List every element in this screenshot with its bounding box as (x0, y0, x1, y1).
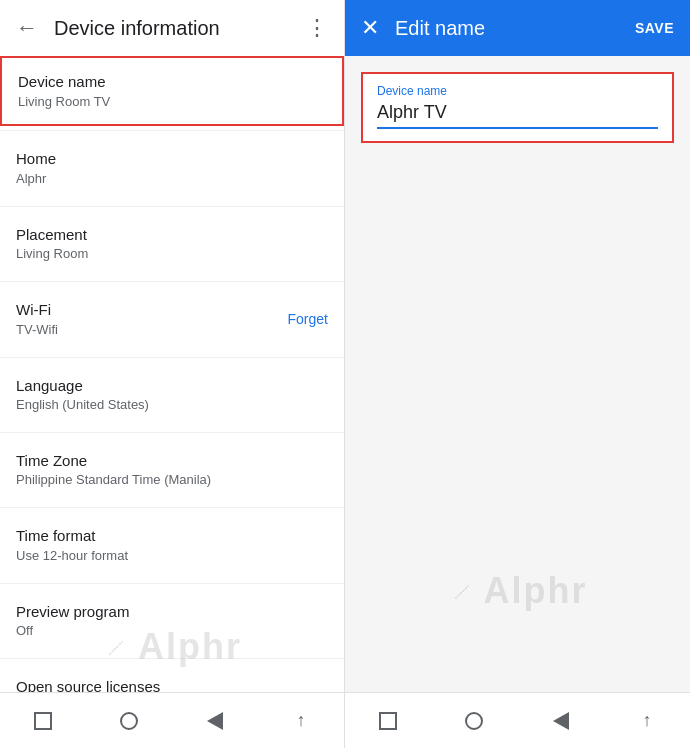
circle-icon (120, 712, 138, 730)
person-icon: ↑ (297, 710, 306, 731)
setting-subtitle-home: Alphr (16, 171, 328, 188)
setting-item-home[interactable]: Home Alphr (0, 135, 344, 201)
more-icon[interactable]: ⋮ (306, 15, 328, 41)
setting-subtitle-wifi: TV-Wifi (16, 322, 264, 339)
divider (0, 357, 344, 358)
setting-item-language[interactable]: Language English (United States) (0, 362, 344, 428)
nav-back-button[interactable] (195, 701, 235, 741)
close-icon[interactable]: ✕ (361, 15, 379, 41)
setting-subtitle-timezone: Philippine Standard Time (Manila) (16, 472, 328, 489)
setting-title-language: Language (16, 376, 328, 396)
setting-title-timeformat: Time format (16, 526, 328, 546)
left-panel: ← Device information ⋮ Device name Livin… (0, 0, 345, 748)
setting-title-timezone: Time Zone (16, 451, 328, 471)
device-name-input[interactable]: Alphr TV (377, 102, 658, 129)
right-person-icon: ↑ (642, 710, 651, 731)
setting-item-timeformat[interactable]: Time format Use 12-hour format (0, 512, 344, 578)
nav-person-button[interactable]: ↑ (281, 701, 321, 741)
nav-circle-button[interactable] (109, 701, 149, 741)
setting-title-placement: Placement (16, 225, 328, 245)
triangle-icon (207, 712, 223, 730)
setting-title-device-name: Device name (18, 72, 326, 92)
nav-square-button[interactable] (23, 701, 63, 741)
left-nav-bar: ↑ (0, 692, 344, 748)
setting-title-home: Home (16, 149, 328, 169)
right-triangle-icon (553, 712, 569, 730)
setting-item-preview[interactable]: Preview program Off (0, 588, 344, 654)
setting-item-device-name[interactable]: Device name Living Room TV (0, 56, 344, 126)
right-nav-person-button[interactable]: ↑ (627, 701, 667, 741)
right-panel: ✕ Edit name SAVE Device name Alphr TV ⟋ … (345, 0, 690, 748)
settings-list: Device name Living Room TV Home Alphr Pl… (0, 56, 344, 692)
setting-title-preview: Preview program (16, 602, 328, 622)
setting-subtitle-placement: Living Room (16, 246, 328, 263)
setting-title-opensource: Open source licenses (16, 677, 328, 692)
divider (0, 130, 344, 131)
right-panel-title: Edit name (395, 17, 635, 40)
setting-item-opensource[interactable]: Open source licenses (0, 663, 344, 692)
setting-item-wifi[interactable]: Wi-Fi TV-Wifi Forget (0, 286, 344, 352)
right-nav-back-button[interactable] (541, 701, 581, 741)
setting-subtitle-device-name: Living Room TV (18, 94, 326, 111)
divider (0, 658, 344, 659)
right-square-icon (379, 712, 397, 730)
back-icon[interactable]: ← (16, 15, 38, 41)
right-nav-circle-button[interactable] (454, 701, 494, 741)
divider (0, 206, 344, 207)
setting-item-timezone[interactable]: Time Zone Philippine Standard Time (Mani… (0, 437, 344, 503)
edit-form: Device name Alphr TV ⟋ Alphr (345, 56, 690, 692)
divider (0, 507, 344, 508)
divider (0, 281, 344, 282)
setting-subtitle-language: English (United States) (16, 397, 328, 414)
square-icon (34, 712, 52, 730)
right-watermark-text: Alphr (484, 570, 588, 612)
right-header: ✕ Edit name SAVE (345, 0, 690, 56)
setting-item-placement[interactable]: Placement Living Room (0, 211, 344, 277)
device-name-field-container: Device name Alphr TV (361, 72, 674, 143)
left-panel-title: Device information (54, 17, 306, 40)
right-nav-square-button[interactable] (368, 701, 408, 741)
left-header: ← Device information ⋮ (0, 0, 344, 56)
setting-title-wifi: Wi-Fi (16, 300, 264, 320)
save-button[interactable]: SAVE (635, 20, 674, 36)
forget-button[interactable]: Forget (288, 311, 328, 327)
setting-subtitle-timeformat: Use 12-hour format (16, 548, 328, 565)
right-circle-icon (465, 712, 483, 730)
divider (0, 583, 344, 584)
device-name-label: Device name (377, 84, 658, 98)
right-nav-bar: ↑ (345, 692, 690, 748)
right-slash-icon: ⟋ (448, 575, 478, 608)
right-watermark: ⟋ Alphr (345, 570, 690, 612)
divider (0, 432, 344, 433)
setting-subtitle-preview: Off (16, 623, 328, 640)
